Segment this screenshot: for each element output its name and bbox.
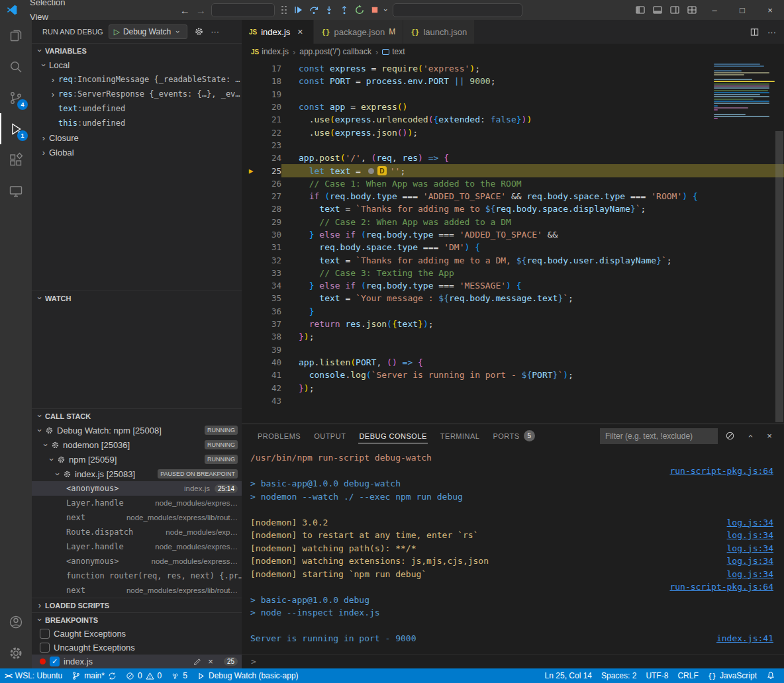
tab-launch.json[interactable]: {}launch.json — [403, 20, 475, 44]
code-line-27[interactable]: 27 if (req.body.type === 'ADDED_TO_SPACE… — [242, 190, 784, 203]
breakpoint-row-2[interactable]: ✓index.js×25 — [32, 655, 242, 668]
source-link[interactable]: log.js:34 — [727, 530, 773, 540]
variables-section-header[interactable]: › VARIABLES — [32, 43, 242, 58]
activity-explorer[interactable] — [0, 20, 32, 51]
code-line-39[interactable]: 39 — [242, 343, 784, 356]
statusbar-debug-status[interactable]: Debug Watch (basic-app) — [192, 668, 303, 683]
statusbar-eol[interactable]: CRLF — [673, 668, 703, 683]
line-number[interactable]: 18 — [260, 76, 281, 86]
code-line-32[interactable]: 32 text = `Thanks for adding me to a DM,… — [242, 253, 784, 266]
statusbar-problems[interactable]: 0 0 — [121, 668, 166, 683]
watch-section-header[interactable]: › WATCH — [32, 291, 242, 305]
code-line-20[interactable]: 20const app = express() — [242, 101, 784, 113]
close-panel-icon[interactable]: × — [761, 428, 777, 444]
line-content[interactable]: req.body.space.type === 'DM') { — [281, 241, 784, 253]
code-line-36[interactable]: 36 } — [242, 305, 784, 318]
close-tab-icon[interactable]: × — [294, 26, 306, 37]
command-center-search[interactable] — [393, 3, 522, 17]
line-number[interactable]: 41 — [260, 370, 281, 380]
line-content[interactable]: const app = express() — [281, 101, 784, 113]
line-number[interactable]: 19 — [260, 89, 281, 99]
menu-selection[interactable]: Selection — [24, 0, 70, 10]
line-number[interactable]: 21 — [260, 114, 281, 124]
breakpoint-row-0[interactable]: Caught Exceptions — [32, 627, 242, 641]
minimap[interactable] — [714, 64, 775, 122]
call-stack-row-6[interactable]: nextnode_modules/express/lib/rout… — [32, 510, 242, 525]
source-link[interactable]: index.js:41 — [716, 633, 773, 643]
tab-package.json[interactable]: {}package.jsonM — [314, 20, 403, 44]
editor-more-actions-icon[interactable]: ··· — [767, 27, 776, 37]
debug-step-out-button[interactable] — [336, 3, 352, 18]
code-line-28[interactable]: 28 text = `Thanks for adding me to ${req… — [242, 203, 784, 215]
command-center-left[interactable] — [211, 3, 275, 17]
breadcrumb-item-1[interactable]: JSindex.js — [251, 47, 289, 56]
variable-row-req[interactable]: ›req: IncomingMessage {_readableState: … — [32, 72, 242, 87]
breakpoint-checkbox[interactable] — [40, 643, 50, 653]
call-stack-row-10[interactable]: function router(req, res, next) {.pr… — [32, 569, 242, 583]
source-link[interactable]: run-script-pkg.js:64 — [669, 466, 773, 476]
panel-tab-terminal[interactable]: TERMINAL — [434, 424, 487, 447]
line-content[interactable]: .use(express.urlencoded({extended: false… — [281, 113, 784, 126]
line-content[interactable]: } else if (req.body.type === 'MESSAGE') … — [281, 279, 784, 292]
code-line-40[interactable]: 40app.listen(PORT, () => { — [242, 356, 784, 369]
breakpoint-checkbox[interactable]: ✓ — [50, 657, 60, 666]
line-number[interactable]: 25 — [260, 166, 281, 176]
line-content[interactable]: // Case 2: When App was added to a DM — [281, 216, 784, 228]
line-content[interactable]: app.post('/', (req, res) => { — [281, 152, 784, 164]
line-content[interactable]: if (req.body.type === 'ADDED_TO_SPACE' &… — [281, 190, 784, 203]
line-content[interactable]: text = `Your message : ${req.body.messag… — [281, 292, 784, 304]
source-link[interactable]: log.js:34 — [727, 518, 773, 527]
call-stack-section-header[interactable]: › CALL STACK — [32, 408, 242, 423]
panel-tab-debug-console[interactable]: DEBUG CONSOLE — [352, 424, 433, 447]
variable-row-res[interactable]: ›res: ServerResponse {_events: {…}, _ev… — [32, 87, 242, 101]
line-number[interactable]: 37 — [260, 319, 281, 329]
code-line-26[interactable]: 26 // Case 1: When App was added to the … — [242, 177, 784, 190]
breakpoint-row-1[interactable]: Uncaught Exceptions — [32, 641, 242, 655]
code-line-21[interactable]: 21 .use(express.urlencoded({extended: fa… — [242, 113, 784, 126]
variable-row-Closure[interactable]: ›Closure — [32, 130, 242, 145]
call-stack-row-4[interactable]: <anonymous>index.js25:14 — [32, 481, 242, 496]
code-line-31[interactable]: 31 req.body.space.type === 'DM') { — [242, 241, 784, 253]
scrollbar-thumb[interactable] — [775, 131, 783, 422]
go-back-button[interactable]: ← — [177, 5, 193, 16]
close-button[interactable]: × — [756, 0, 784, 20]
code-editor[interactable]: 17const express = require('express');18c… — [242, 60, 784, 424]
line-content[interactable]: const express = require('express'); — [281, 62, 784, 75]
line-content[interactable]: let text = D''; — [281, 164, 784, 177]
debug-continue-button[interactable] — [291, 3, 306, 18]
code-line-24[interactable]: 24app.post('/', (req, res) => { — [242, 152, 784, 164]
call-stack-row-9[interactable]: <anonymous>node_modules/express… — [32, 554, 242, 569]
code-line-41[interactable]: 41 console.log(`Server is running in por… — [242, 369, 784, 381]
line-number[interactable]: 42 — [260, 383, 281, 393]
source-link[interactable]: log.js:34 — [727, 556, 773, 566]
breakpoints-section-header[interactable]: › BREAKPOINTS — [32, 612, 242, 627]
line-content[interactable]: } else if (req.body.type === 'ADDED_TO_S… — [281, 228, 784, 241]
line-content[interactable]: text = `Thanks for adding me to ${req.bo… — [281, 203, 784, 215]
activity-search[interactable] — [0, 51, 32, 82]
line-number[interactable]: 28 — [260, 204, 281, 214]
statusbar-branch[interactable]: main* — [67, 668, 121, 683]
call-stack-row-0[interactable]: ›Debug Watch: npm [25008]RUNNING — [32, 423, 242, 437]
code-line-33[interactable]: 33 // Case 3: Texting the App — [242, 267, 784, 279]
line-number[interactable]: 35 — [260, 293, 281, 303]
call-stack-row-11[interactable]: nextnode_modules/express/lib/rout… — [32, 583, 242, 598]
statusbar-indentation[interactable]: Spaces: 2 — [597, 668, 641, 683]
console-filter-input[interactable] — [600, 428, 718, 444]
line-content[interactable]: .use(express.json()); — [281, 126, 784, 138]
activity-remote-explorer[interactable] — [0, 175, 32, 206]
debug-step-into-button[interactable] — [321, 3, 336, 18]
call-stack-row-2[interactable]: ›npm [25059]RUNNING — [32, 452, 242, 467]
code-line-30[interactable]: 30 } else if (req.body.type === 'ADDED_T… — [242, 228, 784, 241]
line-number[interactable]: 32 — [260, 255, 281, 265]
activity-account[interactable] — [0, 606, 32, 637]
line-number[interactable]: 38 — [260, 332, 281, 342]
maximize-button[interactable]: □ — [728, 0, 756, 20]
line-content[interactable]: // Case 3: Texting the App — [281, 267, 784, 279]
code-line-38[interactable]: 38}); — [242, 330, 784, 343]
source-link[interactable]: log.js:34 — [727, 569, 773, 579]
statusbar-cursor-position[interactable]: Ln 25, Col 14 — [540, 668, 597, 683]
line-content[interactable]: app.listen(PORT, () => { — [281, 356, 784, 369]
line-number[interactable]: 39 — [260, 345, 281, 355]
source-link[interactable]: run-script-pkg.js:64 — [669, 582, 773, 592]
code-line-23[interactable]: 23 — [242, 139, 784, 152]
